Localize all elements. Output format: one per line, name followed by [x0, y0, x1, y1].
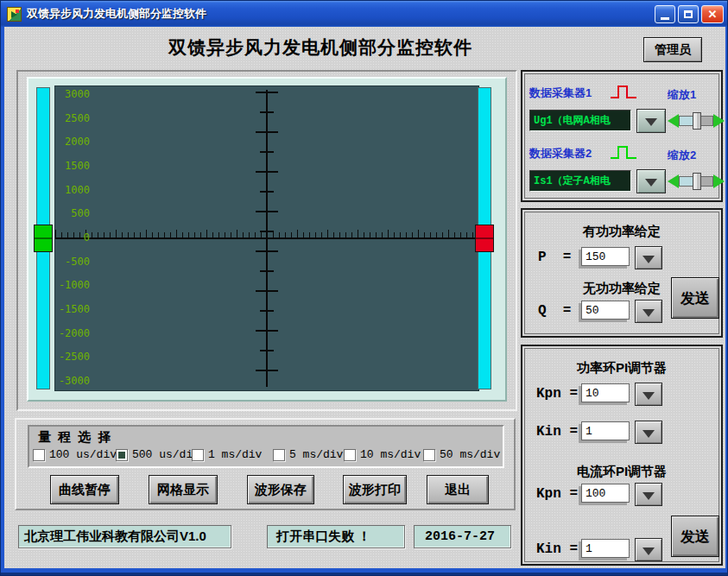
company-version-box: 北京理工伟业科教有限公司V1.0: [18, 525, 231, 548]
minimize-icon: [661, 17, 669, 20]
save-waveform-button[interactable]: 波形保存: [247, 475, 314, 504]
kpn2-dropdown-button[interactable]: [635, 483, 662, 506]
chevron-down-icon: [645, 179, 657, 187]
chevron-down-icon: [643, 392, 655, 400]
chevron-down-icon: [643, 492, 655, 500]
right-slider-handle[interactable]: [475, 225, 494, 252]
collector2-label: 数据采集器2: [529, 146, 592, 161]
range-option-10ms[interactable]: 10 ms/div: [344, 448, 421, 461]
send-pi-button[interactable]: 发送: [671, 516, 719, 557]
checkbox-100us[interactable]: [33, 449, 45, 461]
chevron-down-icon: [643, 309, 655, 317]
date-display: 2016-7-27: [414, 525, 511, 548]
p-label: P =: [538, 250, 571, 265]
scope-plot-area: 3000 2500 2000 1500 1000 500 0 -500 -100…: [54, 85, 479, 391]
app-icon: [7, 7, 22, 22]
close-button[interactable]: ✕: [701, 5, 724, 23]
y-axis-label: 0: [84, 232, 90, 243]
zoom2-right-arrow[interactable]: [713, 174, 725, 188]
kpn2-label: Kpn =: [536, 486, 578, 502]
grid-display-button[interactable]: 网格显示: [149, 475, 218, 504]
kin2-input[interactable]: [581, 539, 630, 558]
left-slider-handle[interactable]: [34, 225, 53, 252]
zoom1-label: 缩放1: [668, 87, 696, 103]
zoom2-handle[interactable]: [693, 173, 701, 190]
y-axis-label: 2500: [65, 113, 90, 123]
y-axis-label: 2000: [65, 136, 90, 147]
checkbox-1ms[interactable]: [192, 449, 204, 461]
pi-regulator-panel: 功率环PI调节器 Kpn = Kin = 电流环PI调节器 Kpn = Kin …: [521, 345, 723, 566]
window-title: 双馈异步风力发电机侧部分监控软件: [27, 6, 206, 22]
q-label: Q =: [538, 303, 571, 319]
chevron-down-icon: [643, 548, 655, 555]
titlebar: 双馈异步风力发电机侧部分监控软件 ✕: [1, 1, 728, 27]
current-loop-title: 电流环PI调节器: [522, 464, 721, 480]
zoom1-right-arrow[interactable]: [713, 114, 725, 128]
kpn1-dropdown-button[interactable]: [635, 383, 662, 406]
range-option-500us[interactable]: 500 us/div: [116, 448, 199, 461]
y-axis-label: 1000: [65, 185, 90, 195]
zoom1-slider[interactable]: [668, 110, 725, 132]
minimize-button[interactable]: [655, 5, 675, 23]
serial-status-message: 打开串口失败 ！: [267, 525, 405, 548]
power-setpoint-panel: 有功功率给定 P = 无功功率给定 Q = 发送: [521, 208, 723, 338]
q-dropdown-button[interactable]: [635, 300, 662, 323]
y-axis: [266, 90, 268, 387]
channel2-dropdown-button[interactable]: [636, 169, 666, 193]
admin-button[interactable]: 管理员: [643, 37, 702, 62]
y-axis-label: -3000: [59, 376, 90, 386]
checkbox-5ms[interactable]: [273, 449, 285, 461]
print-waveform-button[interactable]: 波形打印: [343, 475, 407, 504]
kin1-input[interactable]: [581, 421, 630, 440]
pause-curve-button[interactable]: 曲线暂停: [50, 475, 119, 504]
pulse2-icon: [609, 143, 640, 162]
page-title: 双馈异步风力发电机侧部分监控软件: [104, 35, 536, 60]
kin2-dropdown-button[interactable]: [635, 538, 662, 561]
zoom2-label: 缩放2: [668, 148, 696, 163]
zoom2-track[interactable]: [679, 176, 713, 187]
zoom2-left-arrow[interactable]: [668, 174, 679, 188]
y-axis-label: 1500: [65, 161, 90, 171]
range-title: 量 程 选 择: [38, 429, 113, 446]
kpn1-input[interactable]: [581, 383, 630, 402]
maximize-button[interactable]: [678, 5, 699, 23]
kin1-label: Kin =: [536, 424, 578, 440]
checkbox-50ms[interactable]: [423, 449, 435, 461]
range-option-100us[interactable]: 100 us/div: [33, 448, 117, 461]
scope-frame: 3000 2500 2000 1500 1000 500 0 -500 -100…: [27, 77, 507, 402]
y-axis-label: -500: [65, 256, 90, 267]
checkbox-500us[interactable]: [116, 449, 128, 461]
y-axis-label: -1000: [59, 280, 90, 290]
y-axis-label: -2500: [59, 351, 90, 362]
zoom1-left-arrow[interactable]: [668, 114, 679, 128]
zoom1-track[interactable]: [679, 116, 713, 126]
channel2-display[interactable]: Is1（定子A相电: [529, 170, 631, 192]
zoom2-slider[interactable]: [668, 170, 725, 193]
y-axis-labels: 3000 2500 2000 1500 1000 500 0 -500 -100…: [59, 89, 90, 386]
range-option-5ms[interactable]: 5 ms/div: [273, 448, 343, 461]
collectors-panel: 数据采集器1 缩放1 Ug1（电网A相电 数据采集器2 缩放2 Is1（定子A相…: [521, 70, 723, 202]
kin1-dropdown-button[interactable]: [635, 421, 662, 444]
p-input[interactable]: [581, 247, 630, 266]
close-icon: ✕: [708, 9, 718, 20]
checkbox-10ms[interactable]: [344, 449, 356, 461]
y-axis-label: -2000: [59, 328, 90, 339]
chevron-down-icon: [645, 118, 657, 126]
zoom1-handle[interactable]: [693, 112, 701, 130]
y-axis-label: 3000: [65, 89, 90, 99]
range-option-50ms[interactable]: 50 ms/div: [423, 448, 500, 461]
range-option-1ms[interactable]: 1 ms/div: [192, 448, 262, 461]
send-power-button[interactable]: 发送: [671, 277, 719, 319]
y-axis-label: 500: [71, 208, 90, 218]
p-dropdown-button[interactable]: [635, 246, 662, 269]
kpn2-input[interactable]: [581, 484, 630, 503]
y-axis-label: -1500: [59, 304, 90, 314]
q-input[interactable]: [581, 301, 630, 320]
channel1-dropdown-button[interactable]: [636, 109, 666, 133]
channel1-display[interactable]: Ug1（电网A相电: [529, 110, 631, 131]
scope-panel: 3000 2500 2000 1500 1000 500 0 -500 -100…: [16, 70, 517, 411]
kpn1-label: Kpn =: [536, 386, 578, 402]
range-panel: 量 程 选 择 100 us/div 500 us/div 1 ms/div 5…: [15, 418, 516, 510]
exit-button[interactable]: 退出: [427, 475, 489, 504]
collector1-label: 数据采集器1: [529, 85, 592, 101]
